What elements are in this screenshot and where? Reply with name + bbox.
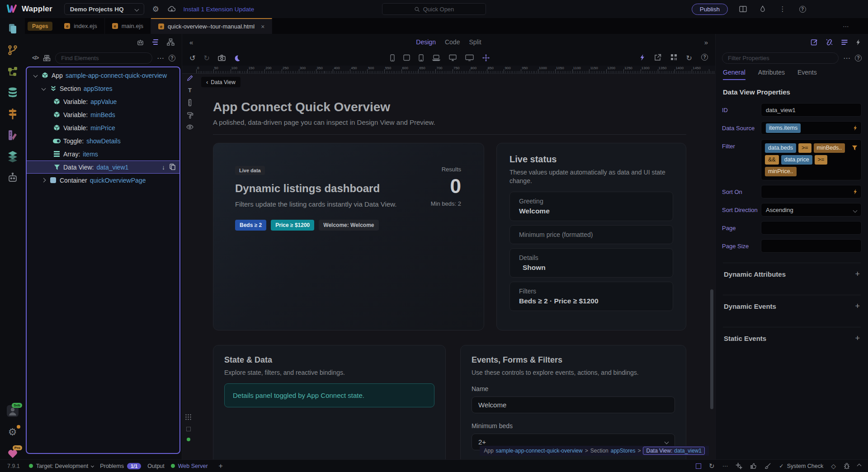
rail-nodes-button[interactable] xyxy=(6,65,19,77)
tree-item-variable-appvalue[interactable]: Variable: appValue xyxy=(27,95,179,108)
filter-token[interactable]: && xyxy=(765,155,779,165)
add-icon[interactable]: + xyxy=(855,334,860,343)
filter-builder-icon[interactable] xyxy=(852,145,858,151)
tree-item-section[interactable]: Section appStores xyxy=(27,82,179,95)
help-icon[interactable]: ? xyxy=(701,54,708,61)
close-icon[interactable]: × xyxy=(261,23,264,30)
device-desktop-button[interactable] xyxy=(449,54,457,61)
cleanup-button[interactable] xyxy=(764,463,771,469)
sort-on-input[interactable] xyxy=(761,185,862,198)
live-status-card[interactable]: Live status These values update automati… xyxy=(496,143,686,330)
filter-token[interactable]: minBeds.. xyxy=(814,143,845,153)
project-selector[interactable]: Demo Projects HQ xyxy=(64,3,145,15)
rail-layers-button[interactable] xyxy=(6,150,19,162)
restart-button[interactable]: ↻ xyxy=(709,462,715,470)
mode-code[interactable]: Code xyxy=(445,38,460,46)
device-phone-button[interactable] xyxy=(390,54,395,61)
rail-styles-button[interactable] xyxy=(6,129,19,141)
rail-settings-button[interactable]: ⚙ xyxy=(6,426,19,438)
rail-pro-button[interactable]: Pro xyxy=(6,447,19,459)
id-input[interactable]: data_view1 xyxy=(761,103,862,117)
publish-button[interactable]: Publish xyxy=(692,4,728,15)
page-input[interactable] xyxy=(761,221,862,235)
rail-assistant-button[interactable] xyxy=(6,171,19,184)
breadcrumb-section-name[interactable]: appStores xyxy=(611,448,636,454)
section-dynamic-attributes[interactable]: Dynamic Attributes + xyxy=(722,263,862,285)
tree-item-container[interactable]: Container quickOverviewPage xyxy=(27,174,179,187)
overflow-menu-button[interactable]: ⋮ xyxy=(778,4,788,14)
dark-mode-toggle[interactable] xyxy=(234,55,241,61)
filter-token[interactable]: minPrice.. xyxy=(765,167,797,176)
rail-database-button[interactable] xyxy=(6,86,19,99)
device-tablet-button[interactable] xyxy=(403,54,410,61)
canvas-scrollbar[interactable] xyxy=(710,289,713,409)
undo-button[interactable]: ↺ xyxy=(189,54,195,62)
stop-server-icon[interactable] xyxy=(696,463,701,469)
tab-main-ejs[interactable]: e main.ejs xyxy=(105,18,151,34)
data-source-input[interactable]: items.items xyxy=(761,121,862,135)
tab-attributes[interactable]: Attributes xyxy=(758,66,785,80)
breadcrumb-selected-chip[interactable]: Data View: data_view1 xyxy=(643,447,705,455)
more-options-button[interactable]: ⋯ xyxy=(843,54,850,62)
help-icon[interactable]: ? xyxy=(855,55,862,61)
open-in-browser-button[interactable] xyxy=(654,54,661,62)
help-button[interactable]: ? xyxy=(797,4,807,14)
design-canvas[interactable]: T ‹ Data View xyxy=(182,74,715,459)
tab-overflow-button[interactable]: ⋯ xyxy=(843,23,849,30)
quick-open-input[interactable]: Quick Open xyxy=(382,3,486,15)
app-connect-preview-button[interactable] xyxy=(640,54,645,62)
name-input[interactable]: Welcome xyxy=(472,396,675,413)
code-icon[interactable]: </> xyxy=(32,55,38,61)
debug-button[interactable] xyxy=(844,463,850,469)
help-icon[interactable]: ? xyxy=(169,55,175,61)
tree-item-array-items[interactable]: Array: items xyxy=(27,147,179,160)
section-static-events[interactable]: Static Events + xyxy=(722,327,862,349)
filter-token[interactable]: >= xyxy=(815,155,828,165)
properties-list-button[interactable] xyxy=(841,39,848,45)
chevron-down-icon[interactable] xyxy=(33,73,38,78)
components-button[interactable] xyxy=(43,55,51,61)
tab-events[interactable]: Events xyxy=(797,66,817,80)
edit-element-button[interactable] xyxy=(811,38,818,46)
mode-split[interactable]: Split xyxy=(469,38,481,46)
tree-item-toggle-showdetails[interactable]: Toggle: showDetails xyxy=(27,134,179,147)
clear-cache-button[interactable]: ◇ xyxy=(831,463,836,470)
system-check-button[interactable]: ✓ System Check xyxy=(779,463,823,469)
assistant-button[interactable] xyxy=(137,38,144,46)
breadcrumb-section-prefix[interactable]: Section xyxy=(590,448,609,454)
settings-button[interactable]: ⚙ xyxy=(151,4,160,14)
device-phablet-button[interactable] xyxy=(419,54,424,61)
extensions-update-button[interactable] xyxy=(167,4,177,14)
filter-token[interactable]: data.beds xyxy=(765,143,796,153)
filter-token[interactable]: data.price xyxy=(781,155,812,165)
rail-account-button[interactable]: Seb xyxy=(6,405,19,417)
pages-badge[interactable]: Pages xyxy=(28,22,52,31)
web-server-button[interactable]: Web Server xyxy=(171,463,208,469)
tree-item-app[interactable]: App sample-app-connect-quick-overview xyxy=(27,69,179,82)
rail-routes-button[interactable] xyxy=(6,108,19,120)
page-subtitle[interactable]: A polished, data-driven page you can ins… xyxy=(213,118,686,126)
screenshot-button[interactable] xyxy=(218,55,226,61)
filter-tokens[interactable]: data.beds>=minBeds..&&data.price>=minPri… xyxy=(761,139,862,180)
dynamic-data-button[interactable] xyxy=(856,39,861,46)
unbind-button[interactable] xyxy=(826,38,833,46)
tree-view-button[interactable] xyxy=(167,38,175,46)
duplicate-icon[interactable] xyxy=(170,164,175,170)
output-button[interactable]: Output xyxy=(147,463,165,469)
problems-button[interactable]: Problems 1/1 xyxy=(100,463,141,469)
feedback-button[interactable] xyxy=(750,463,757,469)
find-elements-input[interactable]: Find Elements xyxy=(55,52,152,64)
more-options-button[interactable]: ⋯ xyxy=(722,463,728,469)
install-extension-update-link[interactable]: Install 1 Extension Update xyxy=(183,6,254,13)
page-title[interactable]: App Connect Quick Overview xyxy=(213,100,686,114)
tree-item-variable-minprice[interactable]: Variable: minPrice xyxy=(27,121,179,134)
breadcrumb-app-name[interactable]: sample-app-connect-quick-overview xyxy=(496,448,583,454)
layout-columns-button[interactable] xyxy=(738,4,748,14)
add-panel-button[interactable]: + xyxy=(219,462,223,470)
move-down-icon[interactable]: ↓ xyxy=(162,164,165,171)
more-options-button[interactable]: ⋯ xyxy=(157,54,164,62)
chevron-down-icon[interactable] xyxy=(42,86,46,91)
device-monitor-button[interactable] xyxy=(465,54,474,61)
breadcrumb-app-prefix[interactable]: App xyxy=(484,448,493,454)
hero-card[interactable]: Live data Dynamic listings dashboard Fil… xyxy=(213,143,484,330)
